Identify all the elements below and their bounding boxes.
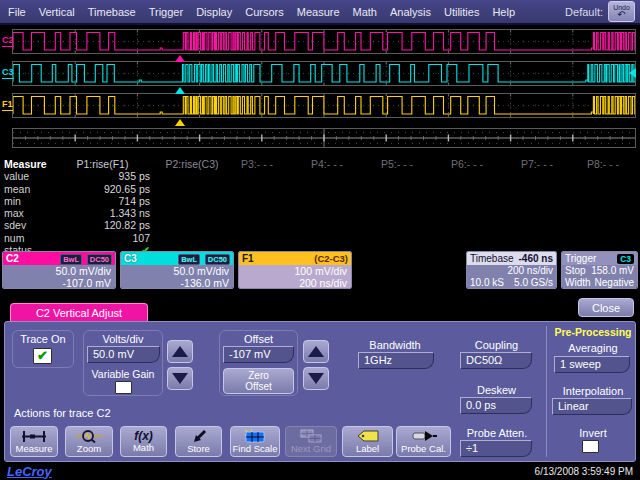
offset-label: Offset — [219, 333, 298, 345]
bandwidth-field[interactable]: 1GHz — [358, 352, 434, 369]
store-icon — [188, 429, 210, 443]
menu-item-timebase[interactable]: Timebase — [88, 6, 136, 18]
c3-offset: -136.0 mV — [125, 277, 229, 289]
find-scale-icon — [242, 429, 268, 443]
trace-label-c3[interactable]: C3 — [2, 68, 14, 79]
measure-col-p2[interactable]: P2:rise(C3) — [152, 158, 232, 170]
trigger-mode: Stop — [565, 265, 586, 277]
trigger-descriptor[interactable]: Trigger C3 Stop 158.0 mV Width Negative — [561, 251, 638, 289]
menu-item-help[interactable]: Help — [492, 6, 515, 18]
datetime-display: 6/13/2008 3:59:49 PM — [535, 466, 633, 477]
check-icon: ✔ — [37, 351, 48, 361]
store-action-button[interactable]: Store — [175, 426, 222, 457]
menu-item-math[interactable]: Math — [353, 6, 377, 18]
timebase-title: Timebase — [470, 253, 514, 264]
bwl-badge: BwL — [60, 254, 82, 265]
label-tag-icon — [355, 429, 381, 443]
measure-col-p5[interactable]: P5:- - - — [362, 158, 432, 170]
coupling-field[interactable]: DC50Ω — [460, 352, 532, 369]
invert-label: Invert — [556, 427, 630, 439]
measure-col-p8[interactable]: P8:- - - — [570, 158, 636, 170]
measure-col-p6[interactable]: P6:- - - — [432, 158, 502, 170]
zero-offset-button[interactable]: ZeroOffset — [223, 368, 294, 394]
trigger-polarity: Negative — [595, 277, 634, 289]
measure-col-p7[interactable]: P7:- - - — [502, 158, 572, 170]
undo-icon: ↶ — [617, 10, 625, 20]
channel-id-c3: C3 — [124, 253, 137, 264]
menu-item-analysis[interactable]: Analysis — [390, 6, 431, 18]
timebase-offset: -460 ns — [519, 253, 553, 264]
menu-item-cursors[interactable]: Cursors — [245, 6, 284, 18]
trigger-source-badge: C3 — [617, 254, 634, 264]
deskew-field[interactable]: 0.0 ps — [460, 397, 532, 414]
actions-for-trace-label: Actions for trace C2 — [14, 407, 174, 419]
probe-cal-action-button[interactable]: Probe Cal. — [396, 426, 451, 457]
c2-offset: -107.0 mV — [7, 277, 111, 289]
measure-title: Measure — [4, 158, 54, 170]
menu-item-trigger[interactable]: Trigger — [149, 6, 183, 18]
trigger-level: 158.0 mV — [591, 265, 634, 277]
up-arrow-icon — [172, 346, 188, 357]
volts-div-up-button[interactable] — [167, 340, 193, 363]
grid-strip-c2[interactable] — [12, 29, 636, 54]
offset-down-button[interactable] — [303, 367, 329, 390]
status-bar: LeCroy 6/13/2008 3:59:49 PM — [0, 462, 640, 480]
zoom-action-button[interactable]: Zoom — [65, 426, 113, 457]
probe-atten-field[interactable]: ÷1 — [460, 440, 532, 457]
invert-checkbox[interactable] — [582, 440, 599, 453]
trace-on-checkbox[interactable]: ✔ — [33, 348, 52, 364]
trace-descriptor-f1[interactable]: F1 (C2-C3) 100 mV/div 200 ns/div — [238, 251, 352, 289]
measure-action-button[interactable]: Measure — [10, 426, 58, 457]
volts-div-field[interactable]: 50.0 mV — [87, 346, 160, 363]
trace-label-f1[interactable]: F1 — [2, 100, 13, 111]
timeline-axis — [13, 129, 635, 147]
down-arrow-icon — [308, 373, 324, 384]
timebase-rate: 5.0 GS/s — [514, 277, 553, 289]
f1-tdiv: 200 ns/div — [243, 277, 347, 289]
grid-strip-c3[interactable] — [12, 61, 636, 86]
trigger-delay-marker-f1 — [175, 119, 185, 126]
trace-label-c2[interactable]: C2 — [2, 36, 14, 47]
undo-button[interactable]: Undo ↶ — [608, 1, 635, 22]
lecroy-logo: LeCroy — [7, 464, 52, 479]
tab-c2-vertical-adjust[interactable]: C2 Vertical Adjust — [10, 303, 148, 322]
trace-id-f1: F1 — [242, 253, 254, 264]
menu-item-vertical[interactable]: Vertical — [39, 6, 75, 18]
trigger-type: Width — [565, 277, 591, 289]
zoom-icon — [76, 429, 102, 443]
timebase-scale: 200 ns/div — [470, 265, 553, 277]
measure-col-p4[interactable]: P4:- - - — [292, 158, 362, 170]
f1-vdiv: 100 mV/div — [243, 265, 347, 277]
label-action-button[interactable]: Label — [342, 426, 393, 457]
waveform-f1 — [13, 94, 635, 117]
variable-gain-label: Variable Gain — [83, 368, 163, 380]
measure-col-p3[interactable]: P3:- - - — [222, 158, 292, 170]
find-scale-action-button[interactable]: Find Scale — [230, 426, 280, 457]
menu-bar: File Vertical Timebase Trigger Display C… — [0, 0, 640, 25]
close-button[interactable]: Close — [578, 298, 634, 317]
grid-strip-empty[interactable] — [12, 128, 636, 148]
menu-item-utilities[interactable]: Utilities — [444, 6, 479, 18]
menu-item-file[interactable]: File — [8, 6, 26, 18]
c3-vdiv: 50.0 mV/div — [125, 265, 229, 277]
measure-header-p1: P1:rise(F1) — [55, 158, 150, 170]
grid-strip-f1[interactable] — [12, 93, 636, 118]
deskew-label: Deskew — [455, 384, 538, 396]
offset-field[interactable]: -107 mV — [223, 346, 294, 363]
averaging-field[interactable]: 1 sweep — [554, 356, 630, 373]
interpolation-field[interactable]: Linear — [552, 398, 632, 415]
variable-gain-checkbox[interactable] — [115, 381, 132, 394]
trace-on-label: Trace On — [12, 333, 74, 345]
menu-item-display[interactable]: Display — [196, 6, 232, 18]
offset-up-button[interactable] — [303, 340, 329, 363]
menu-item-measure[interactable]: Measure — [297, 6, 340, 18]
volts-div-down-button[interactable] — [167, 367, 193, 390]
math-action-button[interactable]: f(x) Math — [120, 426, 167, 457]
timebase-descriptor[interactable]: Timebase -460 ns 200 ns/div 10.0 kS 5.0 … — [466, 251, 557, 289]
math-fx-icon: f(x) — [134, 430, 153, 442]
probe-cal-icon — [411, 429, 437, 443]
channel-descriptor-c3[interactable]: C3 BwL DC50 50.0 mV/div -136.0 mV — [120, 251, 234, 289]
measure-col-p1[interactable]: P1:rise(F1) 935 ps 920.65 ps 714 ps 1.34… — [55, 158, 150, 256]
bwl-badge: BwL — [178, 254, 200, 265]
channel-descriptor-c2[interactable]: C2 BwL DC50 50.0 mV/div -107.0 mV — [2, 251, 116, 289]
